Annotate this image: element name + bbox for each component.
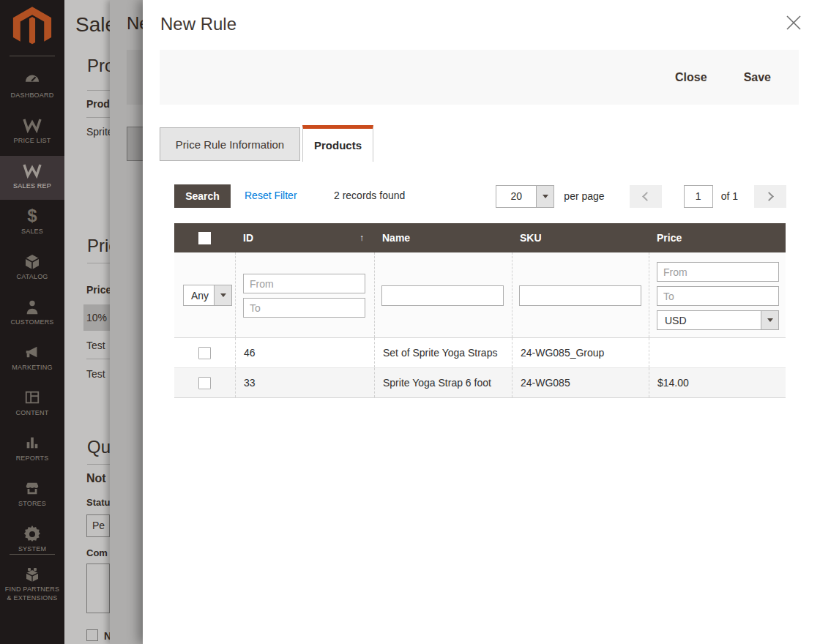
- tab-price-rule-information[interactable]: Price Rule Information: [160, 127, 300, 161]
- cell-id: 33: [235, 368, 374, 397]
- per-page-select[interactable]: 20: [496, 185, 554, 208]
- records-found-text: 2 records found: [334, 190, 405, 201]
- close-button[interactable]: Close: [675, 71, 707, 84]
- modal-title: New Rule: [160, 14, 236, 34]
- chevron-down-icon: [761, 311, 778, 329]
- column-header-sku[interactable]: SKU: [512, 223, 649, 252]
- cell-id: 46: [235, 338, 374, 367]
- sort-ascending-icon[interactable]: ↑: [359, 233, 364, 243]
- chevron-down-icon: [214, 285, 231, 305]
- currency-select[interactable]: USD: [657, 310, 779, 330]
- select-all-cell: [174, 223, 235, 252]
- filter-sku-cell: [512, 252, 649, 337]
- chevron-left-icon: [642, 192, 652, 201]
- cell-name: Set of Sprite Yoga Straps: [374, 338, 512, 367]
- grid-header-row: ID ↑ Name SKU Price: [174, 223, 786, 252]
- table-row[interactable]: 33 Sprite Yoga Strap 6 foot 24-WG085 $14…: [174, 367, 786, 397]
- price-to-input[interactable]: [657, 286, 779, 306]
- sku-filter-input[interactable]: [519, 285, 641, 306]
- any-select-value: Any: [184, 285, 214, 305]
- column-header-price[interactable]: Price: [649, 223, 786, 252]
- per-page-value: 20: [496, 186, 536, 207]
- page-count-text: of 1: [721, 190, 738, 202]
- grid-filter-row: Any USD: [174, 252, 786, 338]
- search-button[interactable]: Search: [174, 184, 231, 208]
- reset-filter-link[interactable]: Reset Filter: [245, 190, 297, 201]
- save-button[interactable]: Save: [744, 71, 771, 84]
- page-number-input[interactable]: [684, 185, 713, 208]
- previous-page-button[interactable]: [630, 185, 662, 208]
- per-page-label: per page: [564, 190, 604, 202]
- application-window: DASHBOARD PRICE LIST SALES REP $ SALES C…: [0, 0, 820, 644]
- filter-id-cell: [235, 252, 374, 337]
- column-label: Price: [657, 232, 682, 244]
- price-from-input[interactable]: [657, 262, 779, 282]
- select-all-checkbox[interactable]: [198, 232, 211, 244]
- column-label: ID: [243, 232, 253, 244]
- chevron-down-icon: [536, 186, 554, 207]
- filter-price-cell: USD: [649, 252, 786, 337]
- products-grid: ID ↑ Name SKU Price Any: [174, 223, 786, 398]
- currency-value: USD: [657, 311, 761, 329]
- column-header-name[interactable]: Name: [374, 223, 512, 252]
- chevron-right-icon: [764, 192, 774, 201]
- pagination: 20 per page of 1: [496, 184, 786, 208]
- filter-mode-cell: Any: [174, 252, 235, 337]
- row-checkbox[interactable]: [198, 377, 211, 389]
- cell-price: $14.00: [649, 368, 786, 397]
- close-icon[interactable]: [784, 13, 803, 32]
- row-select-cell: [174, 368, 235, 397]
- column-label: Name: [382, 232, 410, 244]
- column-label: SKU: [520, 232, 542, 244]
- cell-sku: 24-WG085: [512, 368, 649, 397]
- row-checkbox[interactable]: [198, 347, 211, 359]
- filter-name-cell: [374, 252, 512, 337]
- column-header-id[interactable]: ID ↑: [235, 223, 374, 252]
- next-page-button[interactable]: [754, 185, 786, 208]
- name-filter-input[interactable]: [381, 285, 504, 306]
- row-select-cell: [174, 338, 235, 367]
- new-rule-modal: New Rule Close Save Price Rule Informati…: [143, 0, 820, 644]
- cell-sku: 24-WG085_Group: [512, 338, 649, 367]
- id-from-input[interactable]: [243, 274, 365, 293]
- table-row[interactable]: 46 Set of Sprite Yoga Straps 24-WG085_Gr…: [174, 338, 786, 367]
- id-to-input[interactable]: [243, 298, 365, 318]
- cell-price: [649, 338, 786, 367]
- cell-name: Sprite Yoga Strap 6 foot: [374, 368, 512, 397]
- any-select[interactable]: Any: [183, 285, 232, 306]
- tab-products[interactable]: Products: [302, 125, 373, 162]
- modal-action-bar: Close Save: [160, 50, 799, 105]
- modal-backdrop-overlay[interactable]: [0, 0, 143, 644]
- modal-tabs: Price Rule Information Products: [160, 125, 373, 162]
